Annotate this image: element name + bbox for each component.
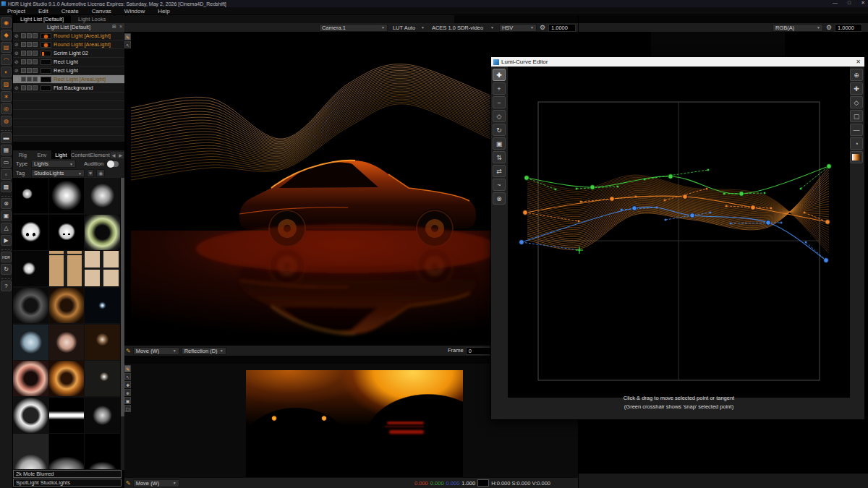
enable-toggle-icon[interactable]: ⊘ [14,77,21,82]
menu-edit[interactable]: Edit [33,8,54,14]
frame-field[interactable]: 0 [466,347,493,355]
light-option-toggle[interactable] [33,33,38,38]
panel-copy-tool[interactable]: ▩ [1,181,12,192]
backdrop-light-tool[interactable]: ◍ [1,116,12,127]
light-option-toggle[interactable] [33,68,38,73]
move-all-tool[interactable]: ◇ [493,110,506,122]
gear-icon[interactable]: ⚙ [540,24,545,31]
move-point-tool[interactable]: ✚ [493,69,506,81]
lut-dropdown[interactable]: LUT Auto▼ [391,24,427,32]
gradient-preview-tool[interactable] [850,151,863,163]
tab-content[interactable]: Content [71,150,90,159]
preset-window-4pane[interactable] [85,251,120,286]
pen-icon[interactable]: ✎ [124,33,131,40]
enable-toggle-icon[interactable]: ⊘ [14,59,21,65]
light-color-swatch[interactable] [41,85,51,91]
expand-icon[interactable]: ▢ [124,405,131,412]
preset-blue-ring[interactable] [85,288,120,323]
help-tool[interactable]: ? [1,281,12,291]
flat-panel-tool[interactable]: ▬ [1,132,12,143]
preset-blue-soft[interactable] [13,325,48,360]
audition-toggle[interactable] [107,161,119,167]
scrim-light-tool[interactable]: ▤ [1,42,12,53]
visibility-icon[interactable]: ◉ [96,169,105,177]
spot-light-tool[interactable]: ◎ [1,103,12,114]
preset-pink-ring[interactable] [13,361,48,396]
type-dropdown[interactable]: Lights▼ [31,160,76,168]
light-option-toggle[interactable] [21,68,26,73]
lumi-title-bar[interactable]: Lumi-Curve Editor ✕ [491,57,864,67]
preset-soft-glow[interactable] [85,178,120,213]
light-option-toggle[interactable] [21,77,26,82]
reflection-mode-dropdown[interactable]: Reflection (D)▼ [182,347,226,355]
flip-light-tool[interactable]: △ [1,223,12,234]
colorspace-dropdown[interactable]: ACES 1.0 SDR-video▼ [430,24,496,32]
light-list-row[interactable]: ⊘Round Light [AreaLight] [13,40,124,49]
menu-help[interactable]: Help [152,8,175,14]
move-mode-dropdown[interactable]: Move (W)▼ [133,347,179,355]
preset-ball-dots-2[interactable] [49,215,85,250]
minimize-button[interactable]: — [833,0,838,6]
menu-canvas[interactable]: Canvas [86,8,117,14]
preset-dome[interactable] [13,434,48,469]
light-list-row[interactable]: ⊘Rect Light [AreaLight] [13,75,124,84]
area-light-tool[interactable]: ◐ [1,67,12,77]
camera-dropdown[interactable]: Camera.1▼ [319,24,388,32]
tab-scroll-right[interactable]: ▶ [117,152,124,158]
delete-point-tool[interactable]: − [493,96,506,108]
preview-exposure-field[interactable]: 1.0000 [835,24,862,32]
enable-toggle-icon[interactable]: ⊘ [14,51,21,56]
panel-split-tool[interactable]: ▭ [1,157,12,168]
pan-tool[interactable]: ✚ [850,82,863,95]
pan-icon[interactable]: ✚ [124,381,131,388]
duplicate-tool[interactable]: ▣ [493,137,506,150]
light-option-toggle[interactable] [27,59,32,64]
enable-toggle-icon[interactable]: ⊘ [14,68,21,74]
light-option-toggle[interactable] [33,59,38,64]
light-color-swatch[interactable] [41,68,51,74]
tab-scroll-left[interactable]: ◀ [111,152,117,158]
preset-dome-soft[interactable] [49,434,85,469]
pen-icon[interactable]: ✎ [124,365,131,372]
close-icon[interactable]: ✕ [856,59,861,65]
color-curves-tool[interactable]: ◔ [850,137,863,150]
flip-vertical-tool[interactable]: ⇅ [493,151,506,163]
light-list-row[interactable]: ⊘Round Light [AreaLight] [13,32,124,40]
smooth-tangent-tool[interactable]: ~ [493,179,506,191]
preset-window-2pane[interactable] [49,251,85,286]
preset-studio-photo[interactable] [85,325,120,360]
preset-soft-glow-large[interactable] [49,178,85,213]
tab-element[interactable]: Element [90,150,110,159]
light-color-swatch[interactable] [41,33,51,39]
light-option-toggle[interactable] [21,51,26,56]
preset-white-bar[interactable] [49,398,85,433]
light-list-row[interactable]: ⊘Scrim Light 02 [13,49,124,58]
preset-dome-small[interactable] [85,434,120,469]
preset-white-ring[interactable] [13,398,48,433]
light-option-toggle[interactable] [21,42,26,47]
light-option-toggle[interactable] [33,51,38,56]
preset-orange-ring[interactable] [49,361,85,396]
preset-ball-dots[interactable] [13,215,48,250]
expand-view-tool[interactable]: ▢ [850,110,863,122]
preset-dark-donut[interactable] [13,288,48,323]
zoom-icon[interactable]: ⊕ [124,389,131,396]
zoom-tool[interactable]: ⊕ [850,69,863,81]
hdr-reload-tool[interactable]: ↻ [1,264,12,275]
add-point-tool[interactable]: + [493,82,506,95]
light-option-toggle[interactable] [21,85,26,90]
light-color-swatch[interactable] [41,59,51,65]
deselect-tool[interactable]: ⊗ [493,192,506,205]
light-option-toggle[interactable] [27,85,32,90]
panel-solid-tool[interactable]: ▫ [1,169,12,180]
rect-light-tool[interactable]: ◆ [1,30,12,40]
curve-editor-plot[interactable] [508,67,850,398]
enable-toggle-icon[interactable]: ⊘ [14,85,21,91]
cursor-icon[interactable]: ↖ [124,373,131,380]
preset-bright-blob[interactable] [13,251,48,286]
light-option-toggle[interactable] [27,51,32,56]
preset-pink-soft[interactable] [49,325,85,360]
light-option-toggle[interactable] [27,68,32,73]
preset-lamp-photo[interactable] [85,361,120,396]
light-option-toggle[interactable] [33,85,38,90]
